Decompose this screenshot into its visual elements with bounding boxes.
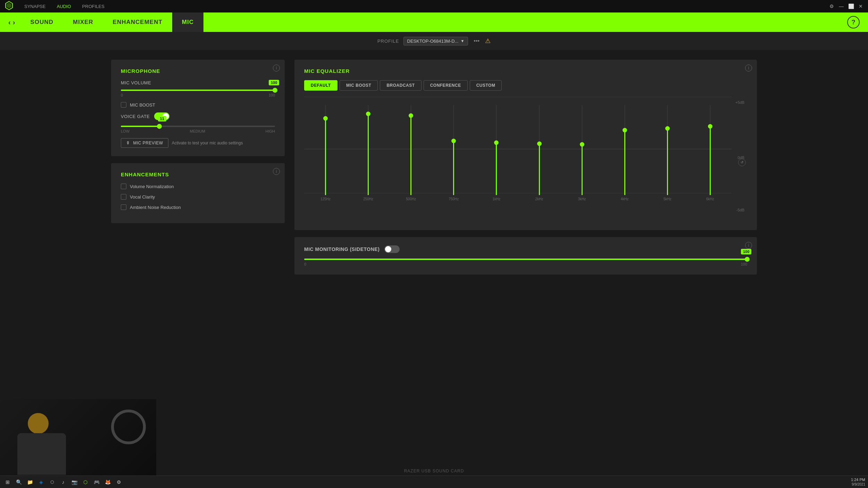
taskbar-time-value: 1:24 PM bbox=[851, 477, 865, 482]
taskbar-app3[interactable]: 📷 bbox=[69, 477, 79, 487]
mic-volume-thumb[interactable] bbox=[273, 88, 277, 93]
settings-icon[interactable]: ⚙ bbox=[828, 3, 835, 9]
taskbar-app6[interactable]: 🦊 bbox=[103, 477, 112, 487]
eq-band-4khz-handle[interactable] bbox=[623, 128, 627, 132]
eq-btn-conference[interactable]: CONFERENCE bbox=[424, 80, 468, 91]
help-button[interactable]: ? bbox=[847, 16, 860, 28]
eq-buttons: DEFAULT MIC BOOST BROADCAST CONFERENCE C… bbox=[304, 80, 747, 91]
tab-enhancement[interactable]: ENHANCEMENT bbox=[103, 12, 172, 32]
voice-gate-high: HIGH bbox=[265, 129, 275, 133]
voice-gate-bubble: 11 bbox=[158, 116, 166, 121]
mic-monitoring-toggle[interactable] bbox=[384, 245, 400, 253]
eq-band-750hz-label: 750Hz bbox=[449, 197, 459, 201]
eq-btn-default[interactable]: DEFAULT bbox=[304, 80, 337, 91]
back-arrow[interactable]: ‹ bbox=[8, 18, 11, 26]
eq-band-250hz-track bbox=[368, 105, 369, 195]
monitoring-volume-track bbox=[304, 259, 747, 260]
eq-band-2khz-fill bbox=[539, 144, 540, 195]
eq-band-500hz-label: 500Hz bbox=[406, 197, 416, 201]
forward-arrow[interactable]: › bbox=[13, 18, 15, 26]
taskbar-edge[interactable]: ◈ bbox=[36, 477, 46, 487]
taskbar-search-icon[interactable]: 🔍 bbox=[14, 477, 24, 487]
eq-band-1khz-handle[interactable] bbox=[494, 141, 499, 145]
tab-mic[interactable]: MIC bbox=[172, 12, 203, 32]
eq-band-1khz-label: 1kHz bbox=[493, 197, 501, 201]
taskbar-date-value: 9/9/2021 bbox=[851, 482, 865, 487]
eq-band-250hz-handle[interactable] bbox=[366, 112, 370, 116]
eq-band-500hz-track bbox=[410, 105, 411, 195]
eq-band-4khz-fill bbox=[624, 130, 625, 195]
tab-mixer[interactable]: MIXER bbox=[63, 12, 103, 32]
eq-band-5khz-handle[interactable] bbox=[665, 126, 670, 131]
eq-band-5khz-label: 5kHz bbox=[663, 197, 671, 201]
mic-volume-max: 100 bbox=[269, 93, 275, 97]
mic-equalizer-info-icon[interactable]: i bbox=[745, 65, 752, 71]
profile-warning-icon: ⚠ bbox=[485, 37, 491, 45]
voice-gate-thumb[interactable] bbox=[157, 124, 162, 129]
profile-more-options[interactable]: ••• bbox=[472, 38, 481, 44]
eq-btn-mic-boost[interactable]: MIC BOOST bbox=[340, 80, 378, 91]
taskbar-start-button[interactable]: ⊞ bbox=[3, 477, 12, 487]
mic-volume-label: MIC VOLUME bbox=[121, 80, 275, 85]
eq-band-2khz-label: 2kHz bbox=[535, 197, 543, 201]
mic-volume-fill bbox=[121, 90, 275, 91]
taskbar-file-explorer[interactable]: 📁 bbox=[25, 477, 35, 487]
mic-boost-row: MIC BOOST bbox=[121, 102, 275, 108]
maximize-button[interactable]: ⬜ bbox=[848, 3, 854, 9]
monitoring-volume-labels: 0 100 bbox=[304, 262, 747, 266]
eq-chart-wrapper: +5dB 0dB -5dB ↺ 125Hz bbox=[304, 97, 747, 222]
eq-band-500hz-fill bbox=[410, 116, 411, 195]
eq-band-250hz-fill bbox=[368, 114, 369, 195]
eq-btn-custom[interactable]: CUSTOM bbox=[470, 80, 502, 91]
taskbar-app5[interactable]: 🎮 bbox=[92, 477, 101, 487]
app-logo[interactable] bbox=[4, 1, 15, 12]
eq-band-4khz-label: 4kHz bbox=[621, 197, 629, 201]
monitoring-volume-max: 100 bbox=[741, 262, 747, 266]
eq-band-3khz-label: 3kHz bbox=[578, 197, 586, 201]
eq-band-500hz-handle[interactable] bbox=[409, 113, 413, 118]
voice-gate-medium: MEDIUM bbox=[190, 129, 205, 133]
eq-band-750hz-track bbox=[453, 105, 454, 195]
minimize-button[interactable]: — bbox=[838, 3, 844, 9]
taskbar-app7[interactable]: ⚙ bbox=[114, 477, 124, 487]
webcam-overlay bbox=[0, 399, 156, 476]
nav-profiles[interactable]: PROFILES bbox=[80, 2, 107, 10]
eq-band-6khz-track bbox=[710, 105, 711, 195]
voice-gate-track bbox=[121, 126, 275, 127]
mic-boost-checkbox[interactable] bbox=[121, 102, 126, 108]
taskbar-app2[interactable]: ♪ bbox=[58, 477, 68, 487]
mic-preview-button[interactable]: 🎙 MIC PREVIEW bbox=[121, 138, 168, 148]
nav-audio[interactable]: AUDIO bbox=[55, 2, 73, 10]
eq-band-5khz-fill bbox=[667, 128, 668, 195]
bottom-device-label: RAZER USB SOUND CARD bbox=[404, 469, 464, 473]
nav-synapse[interactable]: SYNAPSE bbox=[22, 2, 48, 10]
volume-normalization-checkbox[interactable] bbox=[121, 184, 126, 189]
eq-band-4khz: 4kHz bbox=[603, 97, 646, 201]
voice-gate-fill bbox=[121, 126, 159, 127]
monitoring-volume-thumb[interactable] bbox=[745, 257, 750, 262]
taskbar-app4[interactable]: ⬡ bbox=[81, 477, 90, 487]
eq-band-750hz-handle[interactable] bbox=[451, 139, 456, 143]
mic-icon: 🎙 bbox=[126, 141, 131, 145]
monitoring-volume-slider-container: 100 bbox=[304, 259, 747, 260]
microphone-info-icon[interactable]: i bbox=[273, 65, 280, 71]
vocal-clarity-label: Vocal Clarity bbox=[130, 194, 155, 200]
close-button[interactable]: ✕ bbox=[858, 3, 864, 9]
eq-band-6khz-handle[interactable] bbox=[708, 124, 712, 129]
enhancements-info-icon[interactable]: i bbox=[273, 168, 280, 175]
ambient-noise-reduction-checkbox[interactable] bbox=[121, 204, 126, 210]
vocal-clarity-checkbox[interactable] bbox=[121, 194, 126, 200]
eq-band-3khz-handle[interactable] bbox=[580, 142, 584, 147]
tab-sound[interactable]: SOUND bbox=[20, 12, 63, 32]
eq-band-250hz-label: 250Hz bbox=[363, 197, 373, 201]
eq-band-250hz: 250Hz bbox=[347, 97, 390, 201]
mic-monitoring-info-icon[interactable]: i bbox=[745, 242, 752, 249]
profile-bar: PROFILE DESKTOP-O68413M-D... ▼ ••• ⚠ bbox=[0, 32, 868, 50]
taskbar-app1[interactable]: ⬡ bbox=[47, 477, 57, 487]
eq-btn-broadcast[interactable]: BROADCAST bbox=[380, 80, 421, 91]
eq-band-2khz-handle[interactable] bbox=[537, 141, 542, 146]
eq-band-125hz-handle[interactable] bbox=[323, 116, 328, 121]
eq-band-500hz: 500Hz bbox=[390, 97, 432, 201]
mic-boost-label: MIC BOOST bbox=[130, 102, 155, 108]
profile-select[interactable]: DESKTOP-O68413M-D... ▼ bbox=[403, 37, 468, 45]
